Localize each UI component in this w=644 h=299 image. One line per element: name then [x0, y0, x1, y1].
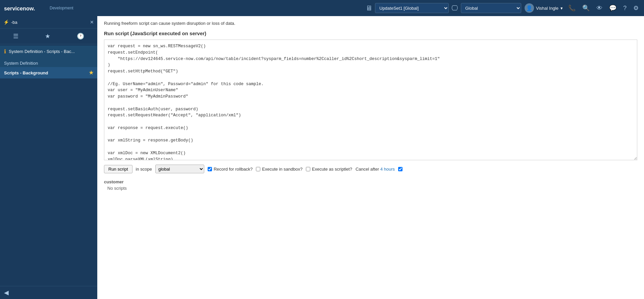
search-icon[interactable]: 🔍 [581, 4, 591, 12]
history-tab[interactable]: 🕐 [73, 31, 88, 41]
updateset-select[interactable]: UpdateSet1 [Global] [375, 3, 449, 13]
section-title: Run script (JavaScript executed on serve… [104, 31, 637, 36]
user-area[interactable]: 👤 Vishal Ingle ▾ [525, 3, 563, 13]
sidebar: ⚡ ✕ ☰ ★ 🕐 ℹ System Definition - Scripts … [0, 16, 97, 299]
output-message: No scripts [104, 186, 637, 191]
favorites-tab[interactable]: ★ [42, 31, 54, 41]
header-center: 🖥 UpdateSet1 [Global] 🖵 Global [366, 3, 521, 13]
scriptlet-text: Execute as scriptlet? [312, 167, 352, 172]
main-content: Running freeform script can cause system… [97, 16, 644, 299]
help-icon[interactable]: ? [622, 4, 628, 12]
scriptlet-label[interactable]: Execute as scriptlet? [306, 167, 352, 172]
sidebar-nav: ℹ System Definition - Scripts - Bac... S… [0, 44, 97, 286]
cancel-text: Cancel after 4 hours [356, 167, 395, 172]
clear-search-button[interactable]: ✕ [90, 19, 94, 25]
menu-tab[interactable]: ☰ [10, 31, 22, 41]
sidebar-item-label: System Definition - Scripts - Bac... [9, 49, 75, 54]
phone-icon[interactable]: 📞 [567, 4, 577, 12]
warning-text: Running freeform script can cause system… [104, 21, 235, 26]
search-input[interactable] [11, 20, 90, 25]
tablet-icon[interactable]: 🖥 [366, 4, 372, 12]
run-script-button[interactable]: Run script [104, 165, 132, 173]
sidebar-item-scripts-background[interactable]: Scripts - Background ★ [0, 67, 97, 78]
warning-bar: Running freeform script can cause system… [104, 21, 637, 26]
avatar: 👤 [525, 3, 534, 13]
logo-link[interactable]: servicenow. [4, 3, 48, 13]
scope-select-header[interactable]: Global [461, 3, 521, 13]
sidebar-item-system-definition-scripts[interactable]: ℹ System Definition - Scripts - Bac... [0, 46, 97, 57]
script-editor[interactable]: var request = new sn_ws.RESTMessageV2() … [104, 40, 637, 160]
run-controls: Run script in scope global sn_appclient … [104, 165, 637, 173]
header-right: 👤 Vishal Ingle ▾ 📞 🔍 👁 💬 ? ⚙ [525, 3, 640, 13]
record-rollback-text: Record for rollback? [214, 167, 253, 172]
scriptlet-checkbox[interactable] [306, 167, 310, 171]
record-rollback-checkbox[interactable] [208, 167, 212, 171]
filter-icon: ⚡ [3, 19, 9, 25]
star-icon[interactable]: ★ [89, 70, 93, 76]
sidebar-item-label: Scripts - Background [4, 70, 48, 75]
sandbox-label[interactable]: Execute in sandbox? [256, 167, 303, 172]
sandbox-text: Execute in sandbox? [262, 167, 303, 172]
sidebar-search-bar: ⚡ ✕ [0, 16, 97, 28]
scope-select[interactable]: global sn_appclient sn_customerservice [155, 165, 204, 173]
layout: ⚡ ✕ ☰ ★ 🕐 ℹ System Definition - Scripts … [0, 16, 644, 299]
user-chevron-icon: ▾ [560, 6, 563, 11]
output-scope-label: customer [104, 179, 637, 184]
chat-icon[interactable]: 💬 [608, 4, 618, 12]
scope-prefix-label: in scope [136, 167, 152, 172]
display-icon[interactable]: 🖵 [451, 4, 458, 12]
info-icon: ℹ [4, 48, 6, 55]
output-section: customer No scripts [104, 179, 637, 191]
sidebar-item-label: System Definition [4, 61, 38, 66]
cancel-hours-link[interactable]: 4 hours [380, 167, 395, 172]
sidebar-item-system-definition[interactable]: System Definition [0, 57, 97, 67]
sidebar-tabs: ☰ ★ 🕐 [0, 28, 97, 44]
sandbox-checkbox[interactable] [256, 167, 260, 171]
sidebar-bottom: ◀ [0, 286, 97, 299]
accessibility-icon[interactable]: 👁 [595, 4, 604, 12]
header: servicenow. Development 🖥 UpdateSet1 [Gl… [0, 0, 644, 16]
collapse-sidebar-button[interactable]: ◀ [4, 289, 9, 296]
settings-icon[interactable]: ⚙ [632, 4, 640, 12]
user-name: Vishal Ingle [536, 6, 558, 11]
cancel-checkbox[interactable] [398, 167, 402, 171]
env-label: Development [50, 6, 73, 10]
svg-text:servicenow.: servicenow. [4, 5, 35, 11]
record-rollback-label[interactable]: Record for rollback? [208, 167, 253, 172]
